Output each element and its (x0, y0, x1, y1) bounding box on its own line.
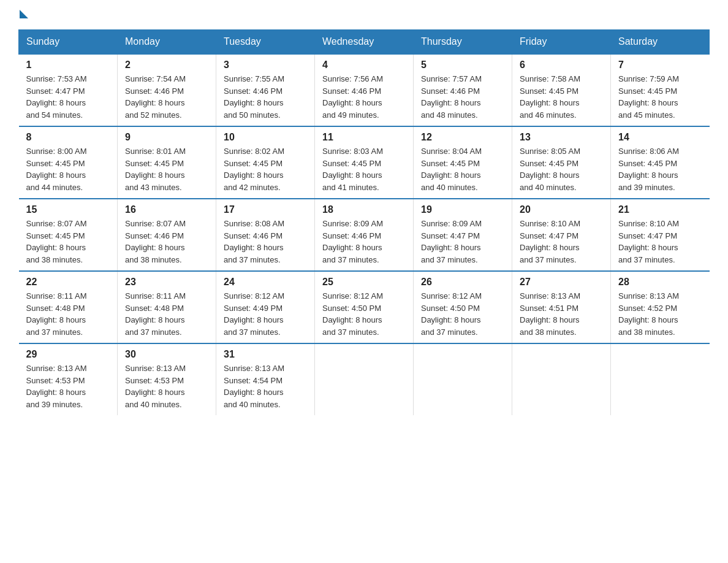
day-info: Sunrise: 8:09 AMSunset: 4:46 PMDaylight:… (322, 218, 406, 266)
day-info: Sunrise: 8:00 AMSunset: 4:45 PMDaylight:… (26, 145, 110, 193)
day-number: 19 (421, 204, 504, 215)
day-cell-25: 25 Sunrise: 8:12 AMSunset: 4:50 PMDaylig… (315, 271, 414, 343)
day-cell-8: 8 Sunrise: 8:00 AMSunset: 4:45 PMDayligh… (19, 126, 118, 199)
header-wednesday: Wednesday (315, 30, 414, 55)
day-number: 2 (125, 59, 208, 71)
day-info: Sunrise: 8:02 AMSunset: 4:45 PMDaylight:… (224, 145, 307, 193)
day-info: Sunrise: 8:12 AMSunset: 4:50 PMDaylight:… (421, 290, 504, 338)
day-info: Sunrise: 7:59 AMSunset: 4:45 PMDaylight:… (618, 73, 702, 121)
day-number: 15 (26, 204, 110, 215)
day-cell-26: 26 Sunrise: 8:12 AMSunset: 4:50 PMDaylig… (414, 271, 512, 343)
day-info: Sunrise: 8:13 AMSunset: 4:52 PMDaylight:… (618, 290, 702, 338)
day-number: 9 (125, 132, 208, 143)
header-tuesday: Tuesday (216, 30, 315, 55)
day-cell-20: 20 Sunrise: 8:10 AMSunset: 4:47 PMDaylig… (512, 199, 611, 271)
day-info: Sunrise: 8:12 AMSunset: 4:50 PMDaylight:… (322, 290, 406, 338)
day-info: Sunrise: 8:10 AMSunset: 4:47 PMDaylight:… (618, 218, 702, 266)
day-number: 29 (26, 349, 110, 360)
day-info: Sunrise: 7:55 AMSunset: 4:46 PMDaylight:… (224, 73, 307, 121)
day-cell-22: 22 Sunrise: 8:11 AMSunset: 4:48 PMDaylig… (19, 271, 118, 343)
day-cell-empty (512, 343, 611, 415)
day-cell-13: 13 Sunrise: 8:05 AMSunset: 4:45 PMDaylig… (512, 126, 611, 199)
logo (18, 12, 28, 17)
day-number: 24 (224, 277, 307, 288)
day-cell-5: 5 Sunrise: 7:57 AMSunset: 4:46 PMDayligh… (414, 54, 512, 126)
week-row-4: 22 Sunrise: 8:11 AMSunset: 4:48 PMDaylig… (19, 271, 710, 343)
header-friday: Friday (512, 30, 611, 55)
day-info: Sunrise: 8:11 AMSunset: 4:48 PMDaylight:… (125, 290, 208, 338)
day-cell-29: 29 Sunrise: 8:13 AMSunset: 4:53 PMDaylig… (19, 343, 118, 415)
day-cell-12: 12 Sunrise: 8:04 AMSunset: 4:45 PMDaylig… (414, 126, 512, 199)
day-cell-31: 31 Sunrise: 8:13 AMSunset: 4:54 PMDaylig… (216, 343, 315, 415)
day-info: Sunrise: 7:54 AMSunset: 4:46 PMDaylight:… (125, 73, 208, 121)
day-number: 14 (618, 132, 702, 143)
day-info: Sunrise: 8:10 AMSunset: 4:47 PMDaylight:… (520, 218, 603, 266)
day-info: Sunrise: 8:13 AMSunset: 4:53 PMDaylight:… (125, 362, 208, 410)
day-cell-10: 10 Sunrise: 8:02 AMSunset: 4:45 PMDaylig… (216, 126, 315, 199)
day-number: 8 (26, 132, 110, 143)
day-info: Sunrise: 8:04 AMSunset: 4:45 PMDaylight:… (421, 145, 504, 193)
day-cell-15: 15 Sunrise: 8:07 AMSunset: 4:45 PMDaylig… (19, 199, 118, 271)
day-number: 4 (322, 59, 406, 71)
day-cell-28: 28 Sunrise: 8:13 AMSunset: 4:52 PMDaylig… (611, 271, 710, 343)
day-info: Sunrise: 8:12 AMSunset: 4:49 PMDaylight:… (224, 290, 307, 338)
day-cell-19: 19 Sunrise: 8:09 AMSunset: 4:47 PMDaylig… (414, 199, 512, 271)
header-saturday: Saturday (611, 30, 710, 55)
day-cell-21: 21 Sunrise: 8:10 AMSunset: 4:47 PMDaylig… (611, 199, 710, 271)
day-number: 10 (224, 132, 307, 143)
day-number: 26 (421, 277, 504, 288)
day-cell-empty (414, 343, 512, 415)
day-info: Sunrise: 7:57 AMSunset: 4:46 PMDaylight:… (421, 73, 504, 121)
day-cell-6: 6 Sunrise: 7:58 AMSunset: 4:45 PMDayligh… (512, 54, 611, 126)
day-info: Sunrise: 8:06 AMSunset: 4:45 PMDaylight:… (618, 145, 702, 193)
day-number: 7 (618, 59, 702, 71)
day-number: 20 (520, 204, 603, 215)
day-cell-empty (315, 343, 414, 415)
week-row-1: 1 Sunrise: 7:53 AMSunset: 4:47 PMDayligh… (19, 54, 710, 126)
header-sunday: Sunday (19, 30, 118, 55)
header-thursday: Thursday (414, 30, 512, 55)
day-number: 27 (520, 277, 603, 288)
week-row-3: 15 Sunrise: 8:07 AMSunset: 4:45 PMDaylig… (19, 199, 710, 271)
day-info: Sunrise: 8:01 AMSunset: 4:45 PMDaylight:… (125, 145, 208, 193)
day-info: Sunrise: 7:58 AMSunset: 4:45 PMDaylight:… (520, 73, 603, 121)
calendar-header-row: SundayMondayTuesdayWednesdayThursdayFrid… (19, 30, 710, 55)
day-number: 6 (520, 59, 603, 71)
page-header (18, 12, 710, 17)
day-cell-empty (611, 343, 710, 415)
week-row-2: 8 Sunrise: 8:00 AMSunset: 4:45 PMDayligh… (19, 126, 710, 199)
day-cell-1: 1 Sunrise: 7:53 AMSunset: 4:47 PMDayligh… (19, 54, 118, 126)
day-cell-9: 9 Sunrise: 8:01 AMSunset: 4:45 PMDayligh… (118, 126, 216, 199)
day-number: 12 (421, 132, 504, 143)
day-cell-27: 27 Sunrise: 8:13 AMSunset: 4:51 PMDaylig… (512, 271, 611, 343)
day-cell-23: 23 Sunrise: 8:11 AMSunset: 4:48 PMDaylig… (118, 271, 216, 343)
day-info: Sunrise: 7:56 AMSunset: 4:46 PMDaylight:… (322, 73, 406, 121)
day-info: Sunrise: 8:07 AMSunset: 4:46 PMDaylight:… (125, 218, 208, 266)
day-info: Sunrise: 8:13 AMSunset: 4:51 PMDaylight:… (520, 290, 603, 338)
day-cell-17: 17 Sunrise: 8:08 AMSunset: 4:46 PMDaylig… (216, 199, 315, 271)
day-info: Sunrise: 8:03 AMSunset: 4:45 PMDaylight:… (322, 145, 406, 193)
day-cell-24: 24 Sunrise: 8:12 AMSunset: 4:49 PMDaylig… (216, 271, 315, 343)
logo-text (18, 12, 28, 18)
day-number: 22 (26, 277, 110, 288)
day-number: 21 (618, 204, 702, 215)
day-number: 18 (322, 204, 406, 215)
week-row-5: 29 Sunrise: 8:13 AMSunset: 4:53 PMDaylig… (19, 343, 710, 415)
day-cell-11: 11 Sunrise: 8:03 AMSunset: 4:45 PMDaylig… (315, 126, 414, 199)
header-monday: Monday (118, 30, 216, 55)
day-cell-14: 14 Sunrise: 8:06 AMSunset: 4:45 PMDaylig… (611, 126, 710, 199)
day-cell-3: 3 Sunrise: 7:55 AMSunset: 4:46 PMDayligh… (216, 54, 315, 126)
day-info: Sunrise: 8:08 AMSunset: 4:46 PMDaylight:… (224, 218, 307, 266)
day-cell-30: 30 Sunrise: 8:13 AMSunset: 4:53 PMDaylig… (118, 343, 216, 415)
day-number: 25 (322, 277, 406, 288)
day-number: 17 (224, 204, 307, 215)
day-cell-16: 16 Sunrise: 8:07 AMSunset: 4:46 PMDaylig… (118, 199, 216, 271)
day-number: 31 (224, 349, 307, 360)
day-info: Sunrise: 8:07 AMSunset: 4:45 PMDaylight:… (26, 218, 110, 266)
day-info: Sunrise: 8:13 AMSunset: 4:53 PMDaylight:… (26, 362, 110, 410)
day-cell-4: 4 Sunrise: 7:56 AMSunset: 4:46 PMDayligh… (315, 54, 414, 126)
day-cell-7: 7 Sunrise: 7:59 AMSunset: 4:45 PMDayligh… (611, 54, 710, 126)
day-cell-2: 2 Sunrise: 7:54 AMSunset: 4:46 PMDayligh… (118, 54, 216, 126)
day-info: Sunrise: 8:05 AMSunset: 4:45 PMDaylight:… (520, 145, 603, 193)
day-number: 16 (125, 204, 208, 215)
